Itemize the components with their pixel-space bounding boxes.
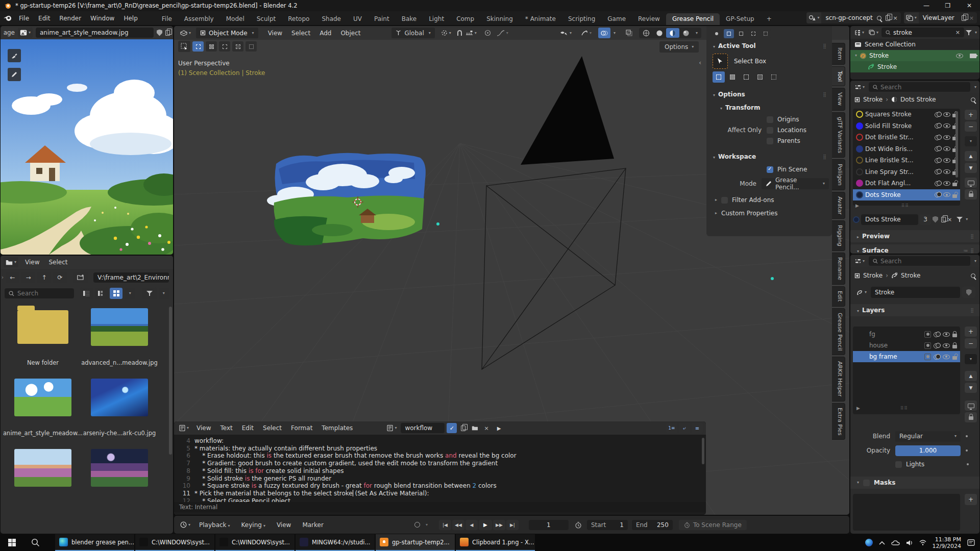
layers-list-grip[interactable]: ⠿⠿ (900, 406, 908, 411)
material-slot[interactable]: Squares Stroke (853, 109, 960, 120)
sidebar-tab[interactable]: Grease Pencil (832, 308, 845, 355)
transform-subsection-header[interactable]: ▾Transform (719, 104, 760, 111)
to-scene-range-button[interactable]: To Scene Range (679, 520, 747, 530)
properties-type-button[interactable]: ▾ (853, 256, 866, 266)
code-line[interactable]: 6 * Erase holdout: this is the textured … (177, 452, 706, 460)
layer-hide-icon[interactable] (943, 355, 950, 359)
crumb-object[interactable]: Stroke (863, 96, 883, 103)
material-lock-icon[interactable] (952, 194, 957, 198)
workspace-mode-dropdown[interactable]: Grease Pencil...▾ (762, 178, 829, 189)
keying-menu[interactable]: Keying▾ (237, 521, 270, 529)
workspace-tab[interactable]: GP-Setup (720, 13, 761, 25)
stroke-visibility-icon[interactable] (935, 145, 941, 152)
auto-key-toggle[interactable] (412, 520, 423, 530)
workspace-tab[interactable]: Sculpt (251, 13, 282, 25)
workspace-tab[interactable]: Skinning (480, 13, 519, 25)
file-browser-menu-item[interactable]: View (20, 259, 44, 266)
filter-options-dropdown[interactable]: ▾ (159, 288, 169, 299)
material-hide-icon[interactable] (943, 169, 950, 174)
properties-data-search[interactable] (869, 256, 970, 266)
code-line[interactable]: 7 * Gradient: good brush to create custo… (177, 460, 706, 467)
shading-solid-button[interactable] (653, 28, 666, 38)
stroke-visibility-icon[interactable] (935, 180, 941, 187)
tool-header-icon-3[interactable] (736, 29, 746, 38)
gp-datablock-browse[interactable]: ▾ (854, 287, 869, 298)
image-browse-button[interactable]: ▾ (18, 28, 33, 38)
checkbox-icon[interactable] (767, 116, 773, 123)
file-path-field[interactable]: V:\frame_art\2_Environmen... (93, 272, 169, 283)
layer-onion-icon[interactable] (934, 331, 940, 338)
image-name-field[interactable]: anime_art_style_meadow.jpg (36, 28, 154, 38)
add-layer-button[interactable]: + (965, 327, 977, 337)
run-script-button[interactable]: ▶ (493, 423, 505, 433)
layer-row[interactable]: fg (853, 329, 960, 340)
material-lock-all-button[interactable] (965, 189, 977, 199)
scene-name[interactable]: scn-gp-concept (821, 14, 876, 21)
viewport-menu-item[interactable]: Add (315, 30, 336, 37)
panel-grip[interactable]: ⣿ (970, 308, 974, 313)
clear-search-icon[interactable]: × (955, 29, 960, 36)
pin-id-icon[interactable] (971, 273, 975, 278)
select-mode-intersect-button[interactable] (246, 41, 257, 52)
material-show-in-viewport-button[interactable] (965, 178, 977, 188)
play-reverse-button[interactable]: ◀ (465, 520, 478, 530)
editor-type-button[interactable]: ▾ (178, 28, 193, 38)
move-layer-down-button[interactable]: ▼ (965, 383, 977, 393)
transform-orientation-dropdown[interactable]: Global▾ (391, 28, 434, 38)
lights-checkbox[interactable] (895, 461, 902, 468)
sidebar-tab[interactable]: glTF Variants (832, 112, 845, 158)
options-section-header[interactable]: ▾Options (712, 91, 745, 98)
taskbar-app-button[interactable]: C:\WINDOWS\syst... (135, 534, 214, 551)
fake-user-shield-icon[interactable] (157, 30, 162, 36)
layer-lock-icon[interactable] (952, 334, 957, 337)
checkbox-icon[interactable] (767, 138, 773, 144)
material-filter-icon[interactable] (957, 216, 963, 222)
tool-header-icon-5[interactable] (761, 29, 771, 38)
stroke-visibility-icon[interactable] (935, 168, 941, 175)
timeline-view-menu[interactable]: View (272, 521, 296, 529)
timeline-marker-menu[interactable]: Marker (298, 521, 328, 529)
layer-specials-dropdown[interactable]: ▾ (965, 354, 977, 364)
move-material-down-button[interactable]: ▼ (965, 163, 977, 173)
taskbar-app-button[interactable]: MINGW64:/v/studi... (296, 534, 375, 551)
code-line[interactable]: 10 * Square stroke is a fuzzy textured d… (177, 482, 706, 490)
text-editor-type-button[interactable]: ▾ (177, 423, 191, 433)
outliner-display-mode-button[interactable]: ▾ (867, 28, 880, 37)
stroke-visibility-icon[interactable] (935, 111, 941, 118)
code-line[interactable]: 12 * Select Grease Pencil object (177, 497, 706, 502)
jump-to-start-button[interactable]: |◀ (439, 520, 451, 530)
panel-grip[interactable]: ⣿ (823, 43, 827, 48)
text-name-field[interactable]: workflow (401, 423, 445, 433)
workspace-tab[interactable]: File (156, 13, 178, 25)
code-line[interactable]: 11* Pick the material that belongs to th… (177, 490, 706, 497)
workspace-tab[interactable]: Scripting (562, 13, 601, 25)
masks-section-header[interactable]: ▾ Masks (850, 477, 979, 489)
outliner-row-stroke-object[interactable]: ▾ Stroke (850, 50, 979, 61)
text-new-icon[interactable] (461, 425, 465, 431)
layer-show-in-viewport-button[interactable] (965, 400, 977, 411)
file-item[interactable] (81, 449, 158, 500)
gp-name-field[interactable]: Stroke (871, 287, 960, 298)
file-item[interactable]: New folder (5, 308, 81, 366)
move-layer-up-button[interactable]: ▲ (965, 371, 977, 381)
minimize-button[interactable]: — (916, 2, 937, 9)
shading-material-button[interactable] (666, 28, 679, 38)
close-button[interactable]: ✕ (959, 2, 980, 9)
line-numbers-toggle[interactable]: 1≡ (666, 423, 677, 433)
workspace-tab[interactable]: Assembly (178, 13, 220, 25)
shading-wireframe-button[interactable] (640, 28, 653, 38)
outliner-filter-icon[interactable] (966, 30, 972, 36)
tool-mode-new[interactable] (713, 71, 725, 83)
word-wrap-toggle[interactable]: ⤶ (679, 423, 690, 433)
text-editor-menu-item[interactable]: Edit (237, 424, 258, 432)
file-scrollbar[interactable] (169, 307, 172, 455)
refresh-button[interactable]: ⟳ (53, 272, 67, 283)
app-menu-item[interactable]: Window (86, 15, 119, 22)
pivot-point-dropdown[interactable]: ▾ (438, 28, 454, 38)
image-menu[interactable]: Image (4, 29, 15, 36)
outliner-row-scene-collection[interactable]: Scene Collection (850, 39, 979, 50)
stroke-visibility-icon[interactable] (935, 134, 941, 141)
auto-key-dropdown[interactable]: ▾ (426, 523, 428, 527)
checkbox-icon[interactable] (767, 127, 773, 134)
workspace-tab[interactable]: Grease Pencil (666, 13, 720, 25)
